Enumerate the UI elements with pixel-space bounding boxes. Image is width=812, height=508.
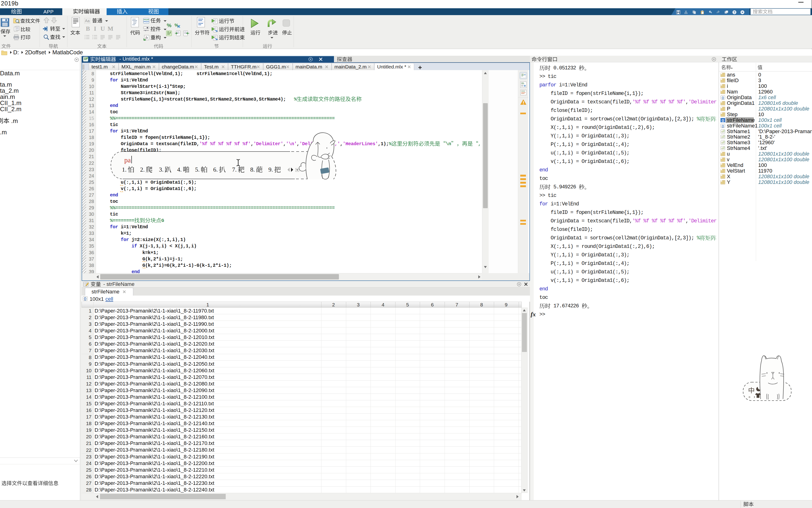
svg-text:fx: fx	[145, 36, 148, 39]
svg-text:Aa: Aa	[85, 19, 90, 23]
svg-text:{}: {}	[84, 297, 87, 300]
svg-text:%: %	[167, 23, 172, 28]
svg-text:{}: {}	[722, 96, 724, 99]
svg-text:?: ?	[733, 11, 735, 14]
svg-text:{}: {}	[722, 119, 724, 122]
svg-text:{}: {}	[722, 124, 724, 128]
